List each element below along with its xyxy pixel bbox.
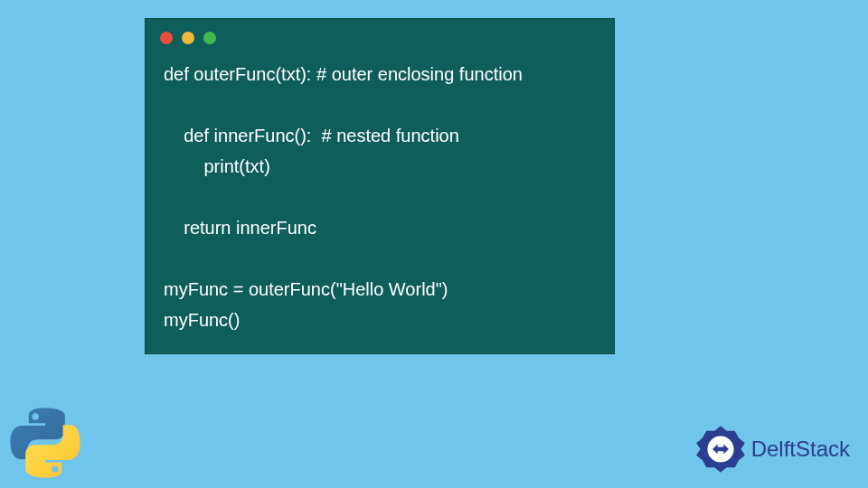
code-line: def outerFunc(txt): # outer enclosing fu… bbox=[164, 64, 523, 84]
delftstack-logo-icon bbox=[695, 424, 746, 474]
code-line: myFunc() bbox=[164, 310, 240, 330]
code-line: print(txt) bbox=[164, 156, 270, 176]
code-line: def innerFunc(): # nested function bbox=[164, 126, 459, 145]
window-traffic-lights bbox=[146, 19, 614, 52]
brand-text: DelftStack bbox=[751, 436, 850, 462]
python-logo-icon bbox=[9, 407, 81, 479]
close-icon bbox=[160, 32, 173, 44]
code-block: def outerFunc(txt): # outer enclosing fu… bbox=[146, 52, 614, 353]
code-line: return innerFunc bbox=[164, 218, 316, 238]
code-window: def outerFunc(txt): # outer enclosing fu… bbox=[145, 18, 615, 354]
code-line: myFunc = outerFunc("Hello World") bbox=[164, 279, 448, 299]
brand: DelftStack bbox=[695, 424, 850, 474]
maximize-icon bbox=[203, 32, 216, 44]
minimize-icon bbox=[182, 32, 194, 44]
